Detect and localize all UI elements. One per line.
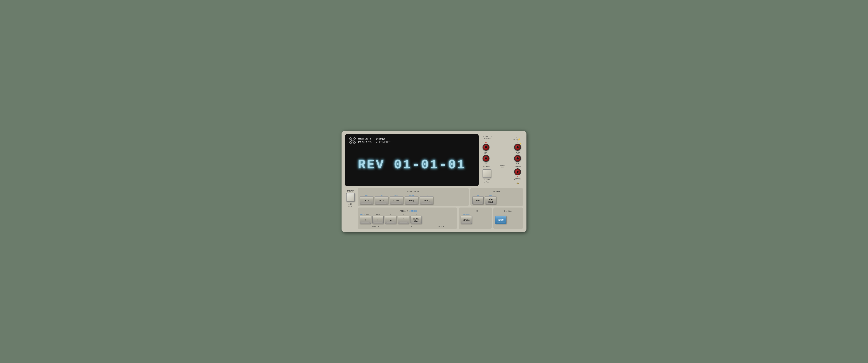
function-title: FUNCTION xyxy=(407,190,420,193)
null-button[interactable]: Null xyxy=(472,196,484,205)
terminal-jack-lo-right[interactable] xyxy=(514,155,521,162)
btn-container-up: 5 ⌃ xyxy=(398,214,409,224)
minmax-sublabel: dBm xyxy=(489,194,492,196)
level-label: LEVEL xyxy=(409,225,414,228)
btn-container-dcv: DC I DC V xyxy=(360,194,373,205)
buttons-area: FUNCTION DC I DC V AC I AC V Ω 4W xyxy=(358,188,523,229)
btn-container-shift: . Shift xyxy=(495,214,506,224)
range-title: RANGE / xyxy=(398,210,409,212)
power-section: Power ■ Off ■ On xyxy=(345,188,356,229)
local-group: LOCAL . Shift xyxy=(493,208,523,229)
btn-container-null: dB Null xyxy=(472,194,484,205)
lo-right-label: LO xyxy=(517,162,519,164)
terminal-jack-lo-left[interactable] xyxy=(483,155,490,162)
lo-left-label: LO xyxy=(485,162,487,164)
terminal-label-left: Ω4W Sense/ Ratio Ref xyxy=(483,136,491,141)
device-type: MULTIMETER xyxy=(376,141,391,144)
display-panel: hp HEWLETT PACKARD 34401A MULTIMETER REV… xyxy=(345,134,479,186)
btn-container-automan: 6 Auto/Man xyxy=(410,214,422,224)
lightning-icon: ⚡ xyxy=(519,142,522,145)
current-label: 3A RMS xyxy=(515,165,521,167)
brand-name2: PACKARD xyxy=(358,141,372,144)
choices-label: CHOICES xyxy=(371,225,379,228)
terminals-panel: Ω4W Sense/ Ratio Ref InputV Ω →|⚡ HI HI … xyxy=(480,134,523,186)
ohm-button[interactable]: Ω 2W xyxy=(390,196,403,205)
voltage-label-1000: 1000VMax xyxy=(516,151,520,154)
btn-container-cont: →| Cont )) xyxy=(420,194,433,205)
display-value: REV 01-01-01 xyxy=(358,157,466,172)
vpk-label: 500VpkMax xyxy=(500,165,505,168)
shift-button[interactable]: Shift xyxy=(495,216,506,224)
math-title: MATH xyxy=(493,190,500,193)
terminals-label: Terminals xyxy=(483,165,490,167)
btn-container-minmax: dBm MinMax xyxy=(485,194,496,205)
local-title: LOCAL xyxy=(504,210,512,212)
up-button[interactable]: ⌃ xyxy=(398,216,409,224)
acv-sublabel: AC I xyxy=(380,194,383,196)
cont-sublabel: →| xyxy=(426,194,428,196)
btn-container-acv: AC I AC V xyxy=(375,194,388,205)
display-readout: REV 01-01-01 xyxy=(349,146,475,184)
btn-container-single: Auto/Hold Single xyxy=(461,214,472,224)
dcv-sublabel: DC I xyxy=(365,194,368,196)
voltage-label-200: 200VMax xyxy=(484,151,487,154)
next-button[interactable]: › xyxy=(372,216,383,224)
down-button[interactable]: ⌄ xyxy=(385,216,396,224)
minmax-button[interactable]: MinMax xyxy=(485,196,496,205)
terminal-jack-current[interactable] xyxy=(514,169,521,175)
btn-container-prev: On/Off MENU ‹ xyxy=(360,214,371,224)
range-group: RANGE / DIGITS On/Off MENU ‹ Recall xyxy=(358,208,457,229)
hp-logo: hp xyxy=(349,137,356,144)
hi-left-label: HI xyxy=(485,142,487,143)
btn-container-down: 4 ⌄ xyxy=(385,214,396,224)
model-number: 34401A xyxy=(376,137,391,141)
freq-button[interactable]: Freq xyxy=(405,196,418,205)
freq-sublabel: Period xyxy=(409,194,413,196)
warning-icon: ⚠ xyxy=(517,181,519,184)
trig-title: TRIG xyxy=(472,210,478,212)
btn-container-ohm: Ω 4W Ω 2W xyxy=(390,194,403,205)
acv-button[interactable]: AC V xyxy=(375,196,388,205)
automan-button[interactable]: Auto/Man xyxy=(410,216,422,224)
single-button[interactable]: Single xyxy=(461,216,472,224)
power-button[interactable] xyxy=(346,193,354,202)
off-on-label: ■ Off ■ On xyxy=(348,203,352,208)
brand-name: HEWLETT xyxy=(358,137,372,141)
fused-label: Fused onRear Panel xyxy=(514,178,521,181)
single-sublabel: Auto/Hold xyxy=(463,214,469,215)
math-group: MATH dB Null dBm MinMax xyxy=(470,188,523,206)
dcv-button[interactable]: DC V xyxy=(360,196,373,205)
front-rear-button[interactable] xyxy=(483,169,491,178)
null-sublabel: dB xyxy=(477,194,479,196)
hi-right-label: HI xyxy=(517,142,519,143)
terminal-label-right: InputV Ω →|⚡ xyxy=(513,136,520,141)
svg-text:hp: hp xyxy=(351,139,354,142)
multimeter-body: hp HEWLETT PACKARD 34401A MULTIMETER REV… xyxy=(342,131,526,232)
function-group: FUNCTION DC I DC V AC I AC V Ω 4W xyxy=(358,188,469,206)
enter-label: ENTER xyxy=(438,225,444,228)
ohm-sublabel: Ω 4W xyxy=(395,194,398,196)
trig-group: TRIG Auto/Hold Single xyxy=(459,208,492,229)
btn-container-next: Recall › xyxy=(372,214,383,224)
front-rear-label: ▲ Front ▲ Rear xyxy=(484,179,490,183)
cont-button[interactable]: Cont )) xyxy=(420,196,433,205)
digits-title: DIGITS xyxy=(409,210,417,212)
prev-button[interactable]: ‹ xyxy=(360,216,371,224)
current-i-label: I xyxy=(518,176,518,177)
power-label: Power xyxy=(347,190,353,192)
btn-container-freq: Period Freq xyxy=(405,194,418,205)
terminal-jack-hi-left[interactable] xyxy=(483,144,490,151)
